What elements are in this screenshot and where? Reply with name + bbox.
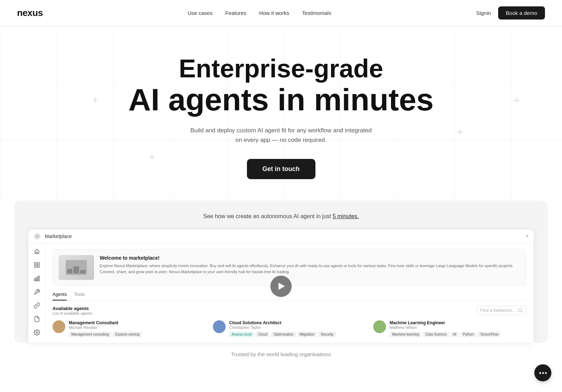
svg-rect-6 [38, 276, 39, 281]
agent-card-1: Management Consultant Michael Riordan Ma… [53, 320, 206, 337]
tab-tools[interactable]: Tools [74, 292, 84, 300]
window-title: Marketplace [45, 233, 72, 239]
svg-rect-4 [34, 278, 35, 281]
agent-cards: Management Consultant Michael Riordan Ma… [53, 320, 527, 337]
svg-point-7 [36, 332, 38, 333]
hero-subtitle: Build and deploy custom AI agent fit for… [189, 126, 373, 145]
demo-link[interactable]: 5 minutes. [332, 213, 359, 219]
get-in-touch-button[interactable]: Get in touch [247, 159, 315, 179]
play-icon [279, 283, 285, 290]
demo-section: See how we create an autonomous AI agent… [14, 200, 548, 343]
agent-tag[interactable]: Migration [297, 332, 317, 337]
svg-rect-3 [37, 266, 39, 267]
modal-close-button[interactable]: × [525, 233, 529, 239]
agent-tag[interactable]: Management consulting [69, 332, 111, 337]
demo-sidebar [28, 243, 45, 343]
demo-titlebar: × Marketplace [28, 230, 534, 243]
agent-tags-1: Management consulting Explore solving [69, 332, 142, 337]
agent-card-2: Cloud Solutions Architect Christopher Ta… [213, 320, 366, 337]
agent-avatar-1 [53, 320, 65, 333]
book-demo-button[interactable]: Book a demo [498, 6, 545, 20]
agent-info-3: Machine Learning Engineer Matthew Wilson… [390, 320, 501, 337]
agent-name-1: Management Consultant [69, 320, 142, 325]
agent-tag[interactable]: Cloud [255, 332, 270, 337]
agent-avatar-3 [373, 320, 386, 333]
hero-section: Enterprise-grade AI agents in minutes Bu… [0, 26, 562, 200]
agent-tags-2: Assess tools Cloud Optimization Migratio… [229, 332, 336, 337]
sidebar-icon-home[interactable] [33, 248, 41, 255]
agents-title: Available agents [53, 306, 92, 311]
agent-tag[interactable]: Data Science [423, 332, 449, 337]
agent-avatar-2 [213, 320, 226, 333]
demo-tabs: Agents Tools [53, 292, 527, 301]
agents-title-block: Available agents List of available agent… [53, 306, 92, 315]
sidebar-icon-chart[interactable] [33, 275, 41, 282]
agent-sub-1: Michael Riordan [69, 325, 142, 330]
svg-point-8 [518, 309, 522, 312]
dot [545, 372, 547, 374]
welcome-body: Explore Nexus Marketplace: where simplic… [100, 263, 520, 275]
video-play-button[interactable] [270, 276, 292, 297]
navbar: nexus Use cases Features How it works Te… [0, 0, 562, 26]
svg-rect-0 [34, 263, 36, 265]
agent-tag[interactable]: Machine learning [390, 332, 422, 337]
svg-rect-5 [36, 277, 37, 281]
agent-info-1: Management Consultant Michael Riordan Ma… [69, 320, 142, 337]
signin-button[interactable]: Signin [476, 10, 491, 16]
agent-tags-3: Machine learning Data Science AI Python … [390, 332, 501, 337]
nav-use-cases[interactable]: Use cases [188, 10, 213, 16]
tab-agents[interactable]: Agents [53, 292, 67, 300]
agent-sub-3: Matthew Wilson [390, 325, 501, 330]
agents-header: Available agents List of available agent… [53, 306, 527, 315]
agents-subtitle: List of available agents [53, 311, 92, 315]
hero-title-line1: Enterprise-grade [14, 55, 548, 83]
sidebar-icon-settings[interactable] [33, 328, 41, 336]
chat-fab-button[interactable] [534, 364, 551, 381]
agent-tag[interactable]: Optimization [271, 332, 296, 337]
agent-info-2: Cloud Solutions Architect Christopher Ta… [229, 320, 336, 337]
chat-icon [539, 372, 547, 374]
sidebar-icon-link[interactable] [33, 302, 41, 309]
agent-tag[interactable]: Python [460, 332, 476, 337]
demo-intro: See how we create an autonomous AI agent… [28, 213, 534, 220]
nav-links: Use cases Features How it works Testimon… [188, 10, 331, 16]
sidebar-icon-grid[interactable] [33, 261, 41, 269]
welcome-title: Welcome to marketplace! [100, 255, 520, 261]
sidebar-icon-tools[interactable] [33, 288, 41, 296]
agent-tag[interactable]: AI [451, 332, 459, 337]
welcome-text: Welcome to marketplace! Explore Nexus Ma… [100, 255, 520, 280]
cross-decoration [457, 129, 463, 135]
agent-tag[interactable]: Security [318, 332, 336, 337]
hero-title-line2: AI agents in minutes [14, 83, 548, 117]
agent-search[interactable]: Find a freelancer... [476, 306, 527, 315]
svg-rect-1 [37, 263, 39, 265]
logo[interactable]: nexus [17, 7, 43, 18]
demo-main-content: Welcome to marketplace! Explore Nexus Ma… [45, 243, 534, 343]
dot [542, 372, 544, 374]
agent-tag[interactable]: Explore solving [113, 332, 142, 337]
trusted-bar: Trusted by the world leading organisatio… [0, 343, 562, 357]
welcome-thumbnail [59, 255, 94, 280]
agent-name-3: Machine Learning Engineer [390, 320, 501, 325]
nav-features[interactable]: Features [225, 10, 246, 16]
agent-card-3: Machine Learning Engineer Matthew Wilson… [373, 320, 527, 337]
search-icon [518, 308, 523, 313]
nav-actions: Signin Book a demo [476, 6, 545, 20]
agent-tag[interactable]: TensorFlow [478, 332, 501, 337]
cross-decoration [149, 154, 155, 160]
nav-testimonials[interactable]: Testimonials [302, 10, 331, 16]
nav-how-it-works[interactable]: How it works [259, 10, 289, 16]
trusted-text: Trusted by the world leading organisatio… [231, 351, 331, 357]
agent-tag-teal[interactable]: Assess tools [229, 332, 254, 337]
agent-name-2: Cloud Solutions Architect [229, 320, 336, 325]
agent-search-placeholder: Find a freelancer... [480, 308, 516, 313]
agent-sub-2: Christopher Taylor [229, 325, 336, 330]
svg-rect-2 [34, 266, 36, 267]
window-close-button[interactable]: × [34, 233, 40, 239]
sidebar-icon-document[interactable] [33, 315, 41, 323]
dot [539, 372, 541, 374]
demo-window: × Marketplace [28, 230, 534, 343]
